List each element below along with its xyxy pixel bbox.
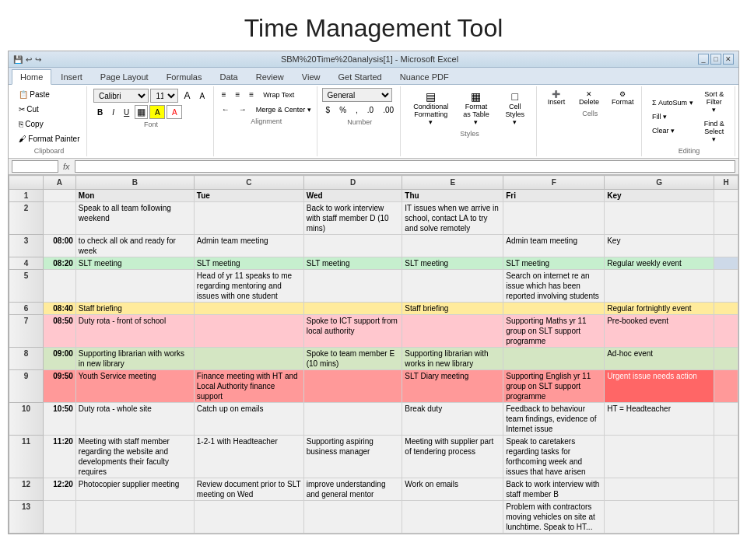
cell-a4[interactable]: 08:20: [44, 257, 76, 270]
comma-button[interactable]: ,: [352, 103, 362, 117]
cell-g4[interactable]: Regular weekly event: [605, 257, 714, 270]
cell-c13[interactable]: [194, 501, 303, 534]
cell-h6[interactable]: [714, 303, 738, 315]
cell-h2[interactable]: [714, 202, 738, 235]
conditional-formatting-button[interactable]: ▤ConditionalFormatting ▾: [407, 88, 454, 128]
delete-button[interactable]: ✕Delete: [573, 88, 605, 108]
percent-button[interactable]: %: [335, 103, 350, 117]
formula-input[interactable]: [75, 160, 735, 173]
cell-g6[interactable]: Regular fortnightly event: [605, 303, 714, 315]
paste-button[interactable]: 📋 Paste: [15, 88, 84, 101]
cell-d10[interactable]: [303, 403, 402, 436]
align-left-button[interactable]: ≡: [218, 88, 230, 101]
cell-e3[interactable]: [402, 235, 503, 257]
cell-e2[interactable]: IT issues when we arrive in school, cont…: [402, 202, 503, 235]
cell-b9[interactable]: Youth Service meeting: [75, 370, 194, 403]
maximize-button[interactable]: □: [710, 54, 721, 65]
italic-button[interactable]: I: [108, 106, 118, 119]
merge-center-button[interactable]: Merge & Center ▾: [252, 103, 315, 116]
cell-d6[interactable]: [303, 303, 402, 315]
cell-d1[interactable]: Wed: [303, 190, 402, 202]
col-header-c[interactable]: C: [194, 176, 303, 190]
cell-f6[interactable]: [503, 303, 605, 315]
cell-a10[interactable]: 10:50: [44, 403, 76, 436]
cell-c5[interactable]: Head of yr 11 speaks to me regarding men…: [194, 270, 303, 303]
cell-f9[interactable]: Supporting English yr 11 group on SLT su…: [503, 370, 605, 403]
cell-a1[interactable]: [44, 190, 76, 202]
cell-h10[interactable]: [714, 403, 738, 436]
row-header-13[interactable]: 13: [9, 501, 44, 534]
wrap-text-button[interactable]: Wrap Text: [259, 88, 298, 101]
currency-button[interactable]: $: [322, 103, 335, 117]
cell-h1[interactable]: [714, 190, 738, 202]
row-header-9[interactable]: 9: [9, 370, 44, 403]
quick-access-redo[interactable]: ↪: [35, 55, 41, 64]
cell-c8[interactable]: [194, 348, 303, 370]
quick-access-undo[interactable]: ↩: [26, 55, 32, 64]
cell-f3[interactable]: Admin team meeting: [503, 235, 605, 257]
format-button[interactable]: ⚙Format: [606, 88, 640, 108]
cell-f5[interactable]: Search on internet re an issue which has…: [503, 270, 605, 303]
font-size-select[interactable]: 11: [150, 89, 178, 103]
row-header-11[interactable]: 11: [9, 436, 44, 478]
cell-b1[interactable]: Mon: [75, 190, 194, 202]
tab-get-started[interactable]: Get Started: [329, 69, 390, 84]
col-header-a[interactable]: A: [44, 176, 76, 190]
minimize-button[interactable]: _: [698, 54, 709, 65]
underline-button[interactable]: U: [120, 106, 133, 119]
quick-access-save[interactable]: 💾: [13, 55, 23, 64]
cell-c7[interactable]: [194, 315, 303, 348]
cell-h4[interactable]: [714, 257, 738, 270]
cell-f11[interactable]: Speak to caretakers regarding tasks for …: [503, 436, 605, 478]
cell-h9[interactable]: [714, 370, 738, 403]
row-header-6[interactable]: 6: [9, 303, 44, 315]
align-center-button[interactable]: ≡: [232, 88, 244, 101]
cell-a3[interactable]: 08:00: [44, 235, 76, 257]
cell-b4[interactable]: SLT meeting: [75, 257, 194, 270]
cell-b8[interactable]: Supporting librarian with works in new l…: [75, 348, 194, 370]
tab-formulas[interactable]: Formulas: [158, 69, 211, 84]
tab-review[interactable]: Review: [247, 69, 293, 84]
cell-b2[interactable]: Speak to all team following weekend: [75, 202, 194, 235]
cell-e6[interactable]: Staff briefing: [402, 303, 503, 315]
row-header-7[interactable]: 7: [9, 315, 44, 348]
cell-g5[interactable]: [605, 270, 714, 303]
col-header-d[interactable]: D: [303, 176, 402, 190]
cell-a9[interactable]: 09:50: [44, 370, 76, 403]
tab-view[interactable]: View: [293, 69, 329, 84]
cell-d8[interactable]: Spoke to team member E (10 mins): [303, 348, 402, 370]
col-header-f[interactable]: F: [503, 176, 605, 190]
decrease-font-button[interactable]: A: [195, 89, 209, 103]
cell-e10[interactable]: Break duty: [402, 403, 503, 436]
font-family-select[interactable]: Calibri: [93, 89, 149, 103]
cut-button[interactable]: ✂ Cut: [15, 103, 84, 116]
cell-styles-button[interactable]: □CellStyles ▾: [498, 88, 532, 128]
row-header-5[interactable]: 5: [9, 270, 44, 303]
cell-d7[interactable]: Spoke to ICT support from local authorit…: [303, 315, 402, 348]
cell-h12[interactable]: [714, 478, 738, 501]
cell-e13[interactable]: [402, 501, 503, 534]
cell-f10[interactable]: Feedback to behaviour team findings, evi…: [503, 403, 605, 436]
row-header-2[interactable]: 2: [9, 202, 44, 235]
close-button[interactable]: ✕: [723, 54, 734, 65]
cell-g7[interactable]: Pre-booked event: [605, 315, 714, 348]
cell-c3[interactable]: Admin team meeting: [194, 235, 303, 257]
font-color-button[interactable]: A: [167, 105, 182, 119]
cell-c6[interactable]: [194, 303, 303, 315]
cell-a5[interactable]: [44, 270, 76, 303]
row-header-4[interactable]: 4: [9, 257, 44, 270]
insert-button[interactable]: ➕Insert: [541, 88, 572, 108]
fill-color-button[interactable]: A: [149, 105, 165, 119]
cell-c10[interactable]: Catch up on emails: [194, 403, 303, 436]
row-header-12[interactable]: 12: [9, 478, 44, 501]
cell-g11[interactable]: [605, 436, 714, 478]
cell-f4[interactable]: SLT meeting: [503, 257, 605, 270]
cell-f1[interactable]: Fri: [503, 190, 605, 202]
cell-d13[interactable]: [303, 501, 402, 534]
cell-d9[interactable]: [303, 370, 402, 403]
tab-page-layout[interactable]: Page Layout: [92, 69, 157, 84]
cell-a7[interactable]: 08:50: [44, 315, 76, 348]
bold-button[interactable]: B: [93, 106, 107, 119]
tab-home[interactable]: Home: [12, 69, 51, 85]
cell-e12[interactable]: Work on emails: [402, 478, 503, 501]
